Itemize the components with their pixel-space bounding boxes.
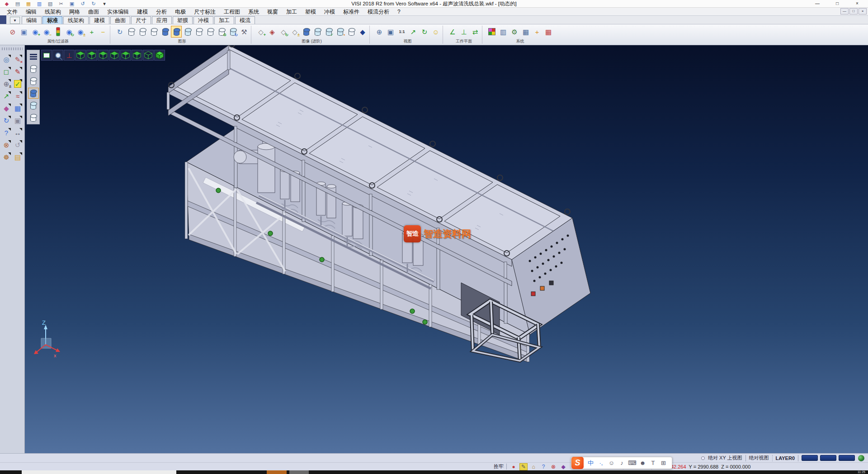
fit-view-icon[interactable] — [41, 50, 52, 61]
block-icon[interactable]: ⊗ — [549, 463, 557, 470]
plane-frame-icon[interactable]: ◻ — [1, 66, 12, 77]
tab-machining[interactable]: 加工 — [214, 16, 234, 24]
view-preset-2-button[interactable] — [820, 455, 836, 461]
view-top-icon[interactable] — [75, 50, 86, 61]
style-mesh-icon[interactable] — [205, 26, 216, 38]
visibility-add-icon[interactable]: ◉+ — [30, 26, 41, 38]
menu-die[interactable]: 冲模 — [320, 8, 339, 16]
toolbox-icon[interactable]: ⊞ — [659, 459, 668, 468]
validate-icon[interactable]: ✓ — [12, 78, 23, 89]
menu-solid-edit[interactable]: 实体编辑 — [103, 8, 133, 16]
sogou-logo-icon[interactable]: S — [571, 457, 584, 469]
view-refresh-icon[interactable]: ◇↻ — [278, 26, 289, 38]
menu-moldflow[interactable]: 模流分析 — [363, 8, 393, 16]
view-left-icon[interactable] — [98, 50, 108, 61]
tab-edit[interactable]: 编辑 — [22, 16, 42, 24]
style-wireframe-icon[interactable] — [126, 26, 137, 38]
render-mesh-icon[interactable] — [28, 112, 39, 123]
zoom-window-icon[interactable]: ▣ — [385, 26, 396, 38]
graphics-options-icon[interactable]: ⚒ — [239, 26, 250, 38]
menu-mesh[interactable]: 网格 — [65, 8, 84, 16]
app-logo-icon[interactable]: ◆ — [2, 0, 12, 7]
maximize-button[interactable]: □ — [827, 0, 847, 7]
menu-help[interactable]: ? — [393, 8, 405, 16]
menu-drafting[interactable]: 工程图 — [220, 8, 244, 16]
window-settings-icon[interactable]: ▦ — [520, 26, 531, 38]
shade-tag-icon[interactable]: ▪ — [335, 26, 345, 38]
tab-shell[interactable]: 塑膜 — [173, 16, 193, 24]
style-hidden-line-icon[interactable] — [137, 26, 148, 38]
system-settings-icon[interactable]: ⚙ — [509, 26, 520, 38]
print-icon[interactable]: ▧ — [45, 0, 55, 7]
menu-mold[interactable]: 塑模 — [301, 8, 320, 16]
view-bottom-icon[interactable] — [86, 50, 97, 61]
shade-striped-icon[interactable] — [312, 26, 323, 38]
style-shaded-icon[interactable] — [160, 26, 170, 38]
workplane-swap-icon[interactable]: ⇄ — [470, 26, 481, 38]
menu-dimension[interactable]: 尺寸标注 — [190, 8, 220, 16]
lock-label[interactable]: 拴牢 — [494, 463, 504, 470]
menu-standard-parts[interactable]: 标准件 — [339, 8, 363, 16]
curve-edit-icon[interactable]: ≈ — [12, 90, 23, 101]
account-icon[interactable]: ☻ — [638, 459, 647, 468]
punctuation-icon[interactable]: ·, — [596, 459, 606, 468]
view-back-icon[interactable] — [132, 50, 142, 61]
navigator-icon[interactable]: ☸ — [1, 152, 12, 162]
menu-system[interactable]: 系统 — [244, 8, 263, 16]
help-icon[interactable]: ? — [1, 127, 12, 138]
emoji-icon[interactable]: ☺ — [607, 459, 616, 468]
update-view-icon[interactable]: ↻ — [227, 26, 238, 38]
tab-modeling[interactable]: 建模 — [90, 16, 109, 24]
mdi-minimize-button[interactable]: — — [840, 8, 849, 14]
save-file-icon[interactable]: ▥ — [34, 0, 44, 7]
view-toggle-icon[interactable]: ◇± — [289, 26, 300, 38]
trash-icon[interactable]: ⊗ — [1, 139, 12, 150]
shade-wire-icon[interactable] — [346, 26, 357, 38]
copy-icon[interactable]: ▣ — [67, 0, 77, 7]
selection-settings-icon[interactable]: + — [532, 26, 542, 38]
view-iso-icon[interactable] — [143, 50, 154, 61]
visibility-toggle-icon[interactable]: ◉± — [75, 26, 86, 38]
regen-icon[interactable]: ♻ — [216, 26, 227, 38]
view-preset-1-button[interactable] — [802, 455, 818, 461]
skin-icon[interactable]: T — [648, 459, 658, 468]
sketch-pen-icon[interactable]: ✎ — [12, 66, 23, 77]
render-shaded-icon[interactable] — [28, 88, 39, 99]
taskbar-app-light[interactable] — [22, 470, 176, 474]
home-icon[interactable]: ⌂ — [529, 463, 538, 470]
menu-machining[interactable]: 加工 — [282, 8, 301, 16]
render-hidden-icon[interactable] — [28, 76, 39, 86]
view-shaded-icon[interactable] — [154, 50, 165, 61]
view-plane-label[interactable]: 绝对 XY 上视图 — [708, 455, 742, 461]
menu-analysis[interactable]: 分析 — [152, 8, 171, 16]
mdi-restore-button[interactable]: □ — [849, 8, 858, 14]
redo-icon[interactable]: ↻ — [89, 0, 99, 7]
view-traffic-icon[interactable]: ◈ — [267, 26, 278, 38]
minimize-button[interactable]: — — [807, 0, 827, 7]
tab-application[interactable]: 应用 — [152, 16, 172, 24]
active-layer-label[interactable]: LAYER0 — [776, 455, 795, 461]
hide-all-icon[interactable]: − — [98, 26, 108, 38]
undo-arrow-icon[interactable]: ↺ — [12, 139, 23, 150]
color-table-icon[interactable] — [486, 26, 497, 38]
taskbar-app-orange[interactable] — [267, 470, 287, 474]
render-wireframe-icon[interactable] — [28, 63, 39, 74]
render-palette-icon[interactable]: ◆ — [1, 103, 12, 114]
lang-cn-icon[interactable]: 中 — [586, 459, 595, 468]
style-shaded-edges-icon[interactable] — [171, 26, 182, 38]
menu-edit[interactable]: 编辑 — [22, 8, 41, 16]
tab-wireframe[interactable]: 线架构 — [63, 16, 89, 24]
view-front-icon[interactable] — [120, 50, 131, 61]
context-menu-icon[interactable] — [28, 51, 39, 62]
zoom-extents-icon[interactable]: ⊕ — [374, 26, 385, 38]
taskbar-app-gray[interactable] — [289, 470, 309, 474]
style-translucent-icon[interactable] — [182, 26, 193, 38]
new-file-icon[interactable]: ▤ — [13, 0, 23, 7]
zoom-1-1-icon[interactable]: 1:1 — [396, 26, 407, 38]
cube-display-icon[interactable]: ▣ — [12, 115, 23, 126]
style-ghost-icon[interactable] — [193, 26, 204, 38]
menu-file[interactable]: 文件 — [3, 8, 22, 16]
render-translucent-icon[interactable] — [28, 100, 39, 111]
zoom-lens-icon[interactable] — [52, 50, 63, 61]
attr-filter-delete-icon[interactable]: ⊘ — [7, 26, 18, 38]
